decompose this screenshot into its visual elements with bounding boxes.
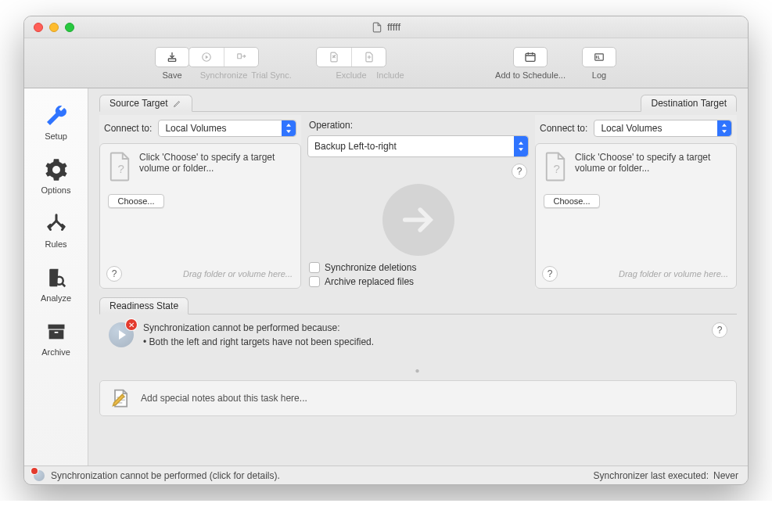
svg-rect-2 [237,53,241,58]
source-connect-select[interactable]: Local Volumes [158,120,296,137]
sidebar-label-analyze: Analyze [41,293,71,303]
readiness-help-button[interactable]: ? [712,322,727,338]
sidebar-label-archive: Archive [41,347,70,357]
destination-drop-zone[interactable]: ? Click 'Choose' to specify a target vol… [535,143,737,289]
destination-hint: Drag folder or volume here... [619,269,728,279]
operation-label: Operation: [309,120,529,131]
operation-select[interactable]: Backup Left-to-right [307,135,529,157]
destination-drop-text: Click 'Choose' to specify a target volum… [575,152,728,182]
toolbar-exclude-label: Exclude [336,70,366,80]
status-last-executed-label: Synchronizer last executed: [594,470,709,481]
title-bar: fffff [24,16,748,38]
minimize-window-button[interactable] [49,23,59,32]
document-icon [372,22,382,33]
svg-rect-7 [48,330,63,340]
toolbar-save-label: Save [162,70,181,80]
source-drop-text: Click 'Choose' to specify a target volum… [139,152,293,182]
readiness-error-icon: ✕ [109,322,134,347]
tab-readiness-state[interactable]: Readiness State [99,297,189,315]
log-icon [592,52,606,63]
sidebar-label-setup: Setup [45,131,67,141]
tab-destination-label: Destination Target [651,98,727,109]
direction-arrow-icon [382,184,454,256]
sidebar-label-rules: Rules [45,239,66,249]
close-window-button[interactable] [34,23,43,32]
analyze-icon [43,264,70,291]
sync-deletions-checkbox[interactable]: Synchronize deletions [307,261,529,275]
destination-choose-button[interactable]: Choose... [544,194,600,208]
sidebar-item-rules[interactable]: Rules [24,204,88,258]
destination-connect-value: Local Volumes [601,123,662,134]
tab-source-target[interactable]: Source Target [99,95,192,112]
unknown-file-icon: ? [108,152,131,182]
gear-icon [43,156,70,183]
toolbar-add-schedule-label: Add to Schedule... [495,70,566,80]
svg-rect-0 [168,59,175,61]
wrench-icon [43,102,70,129]
edit-icon[interactable] [173,99,182,108]
status-left-button[interactable]: Synchronization cannot be performed (cli… [34,470,280,481]
svg-text:?: ? [554,162,560,175]
checkbox-icon [309,262,320,273]
main-area: Source Target Destination Target Connect… [88,88,748,466]
rules-icon [43,210,70,237]
toolbar-exclude[interactable]: Exclude [331,47,372,80]
sidebar-item-archive[interactable]: Archive [24,312,88,366]
svg-text:?: ? [118,162,124,175]
operation-panel: Operation: Backup Left-to-right ? [307,115,529,289]
tab-destination-target[interactable]: Destination Target [641,95,737,112]
tab-source-label: Source Target [110,98,168,109]
readiness-reason-heading: Synchronization cannot be performed beca… [143,322,374,333]
status-last-executed-value: Never [713,470,738,481]
archive-icon [43,318,70,345]
sidebar-item-setup[interactable]: Setup [24,96,88,150]
window-title: fffff [387,21,400,33]
destination-help-button[interactable]: ? [542,266,558,282]
checkbox-icon [309,276,320,287]
calendar-icon [523,51,537,63]
sidebar-item-analyze[interactable]: Analyze [24,258,88,312]
source-hint: Drag folder or volume here... [183,269,293,279]
operation-help-button[interactable]: ? [512,164,527,179]
notes-icon [110,387,131,409]
readiness-reason-item: • Both the left and right targets have n… [143,336,374,347]
sidebar-label-options: Options [41,185,71,195]
chevron-up-down-icon [282,120,296,136]
source-help-button[interactable]: ? [106,266,122,282]
operation-value: Backup Left-to-right [314,141,397,152]
window-controls [24,23,74,32]
destination-connect-select[interactable]: Local Volumes [594,120,732,137]
app-window: fffff Save [23,16,749,485]
status-bar: Synchronization cannot be performed (cli… [24,466,748,484]
destination-panel: Connect to: Local Volumes [535,115,737,289]
archive-replaced-checkbox[interactable]: Archive replaced files [307,275,529,289]
sidebar: Setup Options Rules Analyze [24,88,88,466]
status-error-icon [34,470,45,481]
sidebar-item-options[interactable]: Options [24,150,88,204]
source-panel: Connect to: Local Volumes [99,115,301,289]
toolbar-include[interactable]: Include [372,47,409,80]
toolbar-trial-sync[interactable]: Trial Sync. [250,47,293,80]
zoom-window-button[interactable] [65,23,74,32]
save-icon [166,51,178,63]
source-choose-button[interactable]: Choose... [108,194,164,208]
toolbar-synchronize[interactable]: Synchronize [198,47,250,80]
svg-rect-3 [526,53,535,61]
toolbar-log[interactable]: Log [573,47,625,80]
source-connect-value: Local Volumes [165,123,226,134]
splitter-handle[interactable]: ● [99,368,737,372]
toolbar-include-label: Include [376,70,404,80]
notes-field[interactable]: Add special notes about this task here..… [99,380,737,416]
notes-placeholder: Add special notes about this task here..… [141,393,307,404]
play-icon [201,52,212,63]
trial-sync-icon [235,52,248,63]
chevron-up-down-icon [514,136,528,156]
archive-replaced-label: Archive replaced files [325,276,414,287]
toolbar-add-schedule[interactable]: Add to Schedule... [487,47,573,80]
svg-rect-6 [48,325,64,329]
source-drop-zone[interactable]: ? Click 'Choose' to specify a target vol… [99,143,301,289]
toolbar-sync-group: Synchronize Trial Sync. [198,47,293,80]
unknown-file-icon: ? [544,152,567,182]
source-connect-label: Connect to: [104,123,152,134]
status-text: Synchronization cannot be performed (cli… [51,470,280,481]
